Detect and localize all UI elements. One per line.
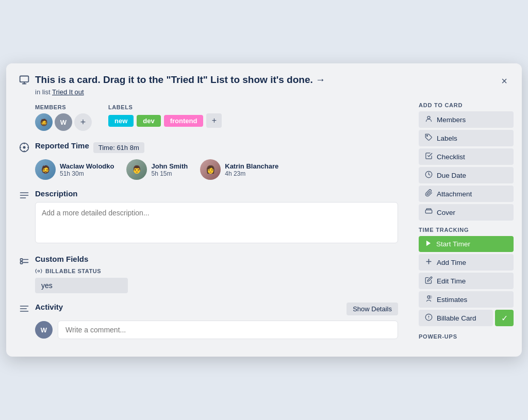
- add-time-label: Add Time: [437, 259, 466, 266]
- checklist-sidebar-icon: [425, 152, 433, 161]
- commenter-avatar: W: [35, 321, 53, 339]
- member-avatar-1[interactable]: 🧔: [35, 113, 53, 131]
- custom-fields-icon: [19, 256, 30, 268]
- billable-icon: [425, 313, 433, 323]
- billable-status-text: BILLABLE STATUS: [45, 268, 101, 274]
- billable-check-button[interactable]: ✓: [495, 310, 514, 326]
- reporter-time-2: 5h 15m: [151, 170, 188, 177]
- card-modal: This is a card. Drag it to the "Tried It…: [6, 63, 522, 357]
- estimates-button[interactable]: Estimates: [419, 291, 514, 308]
- cover-sidebar-label: Cover: [437, 209, 455, 216]
- modal-body: MEMBERS 🧔 W + LABELS new dev frontend: [6, 96, 522, 357]
- reporter-item-1: 🧔 Waclaw Wolodko 51h 30m: [35, 159, 114, 180]
- labels-sidebar-icon: [425, 133, 433, 143]
- monitor-icon: [19, 75, 30, 87]
- reported-time-title: Reported Time: [35, 141, 89, 150]
- header-left: This is a card. Drag it to the "Tried It…: [19, 74, 499, 96]
- custom-fields-section: Custom Fields BILLABLE STATUS yes: [19, 255, 398, 293]
- estimates-icon: [425, 295, 433, 304]
- svg-rect-24: [426, 209, 431, 210]
- attachment-sidebar-icon: [425, 189, 433, 198]
- reporter-item-3: 👩 Katrin Blanchare 4h 23m: [200, 159, 278, 180]
- reported-time-body: Reported Time Time: 61h 8m 🧔 Waclaw Wolo…: [35, 141, 398, 180]
- activity-icon: [19, 304, 30, 316]
- reporter-name-2: John Smith: [151, 162, 188, 170]
- modal-header: This is a card. Drag it to the "Tried It…: [6, 63, 522, 96]
- cover-sidebar-button[interactable]: Cover: [419, 204, 514, 221]
- edit-time-button[interactable]: Edit Time: [419, 273, 514, 289]
- add-label-button[interactable]: +: [206, 113, 222, 128]
- labels-section: LABELS new dev frontend +: [108, 104, 222, 131]
- comment-input[interactable]: [58, 321, 398, 339]
- label-new[interactable]: new: [108, 115, 134, 127]
- attachment-sidebar-label: Attachment: [437, 190, 472, 198]
- svg-rect-23: [425, 210, 432, 213]
- members-sidebar-icon: [425, 115, 433, 124]
- reported-title-row: Reported Time Time: 61h 8m: [35, 141, 398, 154]
- time-tracking-label: TIME TRACKING: [419, 227, 514, 233]
- total-time-badge: Time: 61h 8m: [93, 142, 144, 153]
- member-avatar-2[interactable]: W: [55, 113, 72, 131]
- due-date-sidebar-label: Due Date: [437, 172, 466, 179]
- reported-time-section: Reported Time Time: 61h 8m 🧔 Waclaw Wolo…: [19, 141, 398, 180]
- svg-rect-0: [20, 76, 29, 82]
- start-timer-button[interactable]: Start Timer: [419, 236, 514, 252]
- main-content: MEMBERS 🧔 W + LABELS new dev frontend: [6, 96, 410, 357]
- estimates-label: Estimates: [437, 296, 467, 304]
- edit-time-icon: [425, 276, 433, 285]
- svg-point-21: [426, 136, 427, 137]
- clock-circle-icon: [19, 142, 30, 155]
- activity-header: Activity Show Details: [35, 303, 398, 315]
- labels-label: LABELS: [108, 104, 222, 110]
- reporter-avatar-3: 👩: [200, 159, 221, 180]
- label-frontend[interactable]: frontend: [164, 115, 204, 127]
- description-title: Description: [35, 189, 398, 198]
- close-button[interactable]: ×: [499, 74, 509, 88]
- reporter-name-3: Katrin Blanchare: [225, 162, 278, 170]
- attachment-sidebar-button[interactable]: Attachment: [419, 186, 514, 202]
- sidebar: ADD TO CARD Members Labels Checklist: [410, 96, 522, 357]
- label-dev[interactable]: dev: [137, 115, 160, 127]
- labels-sidebar-label: Labels: [437, 135, 457, 142]
- svg-marker-25: [426, 241, 431, 246]
- activity-body: Activity Show Details W: [35, 303, 398, 339]
- header-title-block: This is a card. Drag it to the "Tried It…: [35, 74, 499, 96]
- card-title: This is a card. Drag it to the "Tried It…: [35, 74, 499, 87]
- svg-point-4: [23, 146, 26, 149]
- labels-sidebar-button[interactable]: Labels: [419, 130, 514, 146]
- members-list: 🧔 W +: [35, 113, 92, 131]
- checklist-sidebar-button[interactable]: Checklist: [419, 148, 514, 165]
- reporter-avatar-2: 👨: [126, 159, 147, 180]
- add-time-button[interactable]: Add Time: [419, 254, 514, 271]
- list-link[interactable]: Tried It out: [52, 88, 84, 96]
- description-icon: [19, 190, 30, 203]
- reporter-info-2: John Smith 5h 15m: [151, 162, 188, 177]
- show-details-button[interactable]: Show Details: [346, 303, 398, 315]
- comment-row: W: [35, 321, 398, 339]
- due-date-sidebar-button[interactable]: Due Date: [419, 167, 514, 183]
- start-timer-label: Start Timer: [436, 240, 470, 248]
- billable-card-button[interactable]: Billable Card: [419, 310, 493, 326]
- add-time-icon: [425, 258, 433, 267]
- members-sidebar-button[interactable]: Members: [419, 111, 514, 128]
- description-body: Description: [35, 189, 398, 245]
- description-input[interactable]: [35, 202, 398, 243]
- svg-rect-14: [21, 262, 23, 264]
- activity-section: Activity Show Details W: [19, 303, 398, 339]
- card-subtitle: in list Tried It out: [35, 88, 499, 96]
- custom-fields-body: Custom Fields BILLABLE STATUS yes: [35, 255, 398, 293]
- billable-card-label: Billable Card: [437, 314, 476, 322]
- reporter-avatar-1: 🧔: [35, 159, 56, 180]
- due-date-sidebar-icon: [425, 171, 433, 180]
- billable-status-value[interactable]: yes: [35, 278, 128, 293]
- checklist-sidebar-label: Checklist: [437, 153, 465, 161]
- members-label: MEMBERS: [35, 104, 92, 110]
- billable-status-label: BILLABLE STATUS: [35, 267, 398, 275]
- description-section: Description: [19, 189, 398, 245]
- reporter-time-3: 4h 23m: [225, 170, 278, 177]
- members-section: MEMBERS 🧔 W +: [35, 104, 92, 131]
- in-list-text: in list: [35, 88, 51, 96]
- reporter-name-1: Waclaw Wolodko: [60, 162, 114, 170]
- meta-row: MEMBERS 🧔 W + LABELS new dev frontend: [35, 104, 398, 131]
- add-member-button[interactable]: +: [74, 113, 92, 131]
